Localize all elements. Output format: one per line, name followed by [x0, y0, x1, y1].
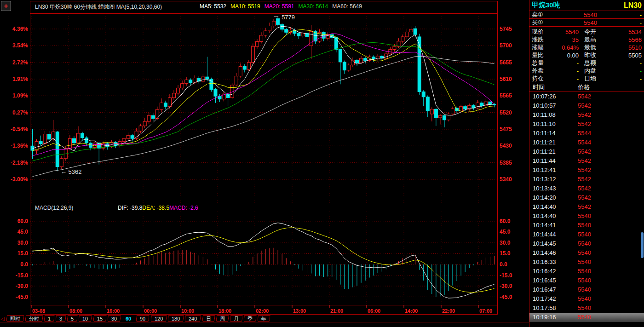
macd-axis-label: -45.0 — [16, 294, 29, 300]
tab-scroll-left-icon[interactable]: ◁ — [0, 316, 4, 322]
trade-row[interactable]: 10:13:125542 — [529, 175, 644, 184]
trade-row[interactable]: 10:14:465540 — [529, 248, 644, 258]
candle-body — [347, 65, 350, 70]
trade-price: 5542 — [578, 92, 591, 101]
trade-row[interactable]: 10:14:455540 — [529, 239, 644, 248]
quote-value: 0.64% — [552, 44, 579, 51]
bid-row[interactable]: 买①5540- — [529, 19, 644, 27]
trade-row[interactable]: 10:17:585540 — [529, 304, 644, 313]
level-label: 买① — [532, 18, 551, 27]
candle-body — [385, 54, 388, 58]
trade-row[interactable]: 10:16:425540 — [529, 267, 644, 276]
tab-timeframe-季[interactable]: 季 — [243, 316, 256, 322]
trade-row[interactable]: 10:07:265542 — [529, 92, 644, 101]
macd-axis-label: -15.0 — [16, 272, 29, 279]
tab-label: 年 — [261, 316, 266, 322]
quote-label: 昨收 — [579, 51, 602, 59]
macd-legend-item: MACD: -2.6 — [169, 205, 198, 211]
trade-row[interactable]: 10:14:205542 — [529, 193, 644, 202]
tab-label: 180 — [172, 316, 180, 322]
candle-body — [239, 67, 242, 76]
candle-body — [259, 35, 263, 42]
x-axis-label: 08:00 — [69, 308, 82, 314]
tab-label: 月 — [234, 316, 239, 322]
bid-ask-levels: 卖①5540-买①5540- — [529, 11, 644, 27]
trade-row[interactable]: 10:11:215542 — [529, 147, 644, 156]
trade-row[interactable]: 10:14:405540 — [529, 212, 644, 221]
tab-timeframe-240[interactable]: 240 — [185, 316, 201, 322]
trade-row[interactable]: 10:11:145544 — [529, 129, 644, 138]
tab-label: 周 — [220, 316, 225, 322]
tab-timeframe-即时[interactable]: 即时 — [6, 316, 24, 322]
quote-grid: 现价5540今开5534涨跌35最高5566涨幅0.64%最低5510量比0.0… — [529, 27, 644, 83]
candle-body — [372, 57, 375, 59]
macd-axis-label: -30.0 — [500, 283, 512, 289]
macd-axis-label: 45.0 — [500, 229, 511, 235]
tab-timeframe-5[interactable]: 5 — [67, 316, 78, 322]
trade-time: 10:11:44 — [533, 156, 556, 166]
quote-row: 涨幅0.64%最低5510 — [529, 43, 644, 51]
dif-line — [33, 223, 494, 298]
quote-value: 5505 — [602, 52, 642, 59]
candle-body — [201, 77, 205, 81]
tab-timeframe-年[interactable]: 年 — [257, 316, 270, 322]
trade-row[interactable]: 10:16:455540 — [529, 276, 644, 285]
tab-timeframe-180[interactable]: 180 — [167, 316, 184, 322]
trade-row[interactable]: 10:12:415542 — [529, 166, 644, 175]
trade-row[interactable]: 10:16:475540 — [529, 285, 644, 294]
candle-body — [214, 90, 217, 97]
trade-time: 10:14:46 — [533, 248, 556, 258]
tab-timeframe-日[interactable]: 日 — [202, 316, 215, 322]
candle-body — [322, 32, 325, 38]
trade-row[interactable]: 10:16:335540 — [529, 258, 644, 267]
trade-price: 5542 — [578, 120, 591, 129]
price-macd-chart[interactable]: 4.36%57453.54%57002.72%56551.91%56101.09… — [0, 0, 529, 327]
trade-time: 10:17:42 — [533, 294, 556, 304]
trade-row[interactable]: 10:13:435542 — [529, 184, 644, 193]
trade-time: 10:12:41 — [533, 166, 556, 175]
tab-label: 即时 — [10, 316, 20, 322]
chart-title: LN30 甲烷30吨 60分钟线 蜡烛图 MA(5,10,20,30,60) — [35, 3, 162, 11]
trade-row[interactable]: 10:10:575542 — [529, 101, 644, 110]
candle-body — [181, 84, 184, 88]
ask-row[interactable]: 卖①5540- — [529, 11, 644, 19]
candle-body — [151, 115, 155, 118]
ma-legend-item: MA5: 5532 — [200, 3, 226, 10]
tab-timeframe-120[interactable]: 120 — [150, 316, 167, 322]
scrollbar-thumb[interactable] — [641, 232, 644, 258]
quote-label: 最低 — [579, 43, 602, 52]
trade-row[interactable]: 10:14:405542 — [529, 202, 644, 212]
tab-timeframe-3[interactable]: 3 — [55, 316, 66, 322]
tab-timeframe-1[interactable]: 1 — [44, 316, 55, 322]
macd-indicator-title: MACD(12,26,9) — [35, 205, 73, 211]
candle-body — [493, 104, 496, 105]
tab-label: 5 — [71, 316, 74, 322]
trade-row[interactable]: 10:11:105542 — [529, 120, 644, 129]
tab-timeframe-月[interactable]: 月 — [230, 316, 242, 322]
x-axis-label: 22:00 — [442, 308, 455, 314]
trade-row[interactable]: 10:11:445542 — [529, 156, 644, 166]
tab-timeframe-分时[interactable]: 分时 — [25, 316, 43, 322]
trade-row[interactable]: 10:14:445540 — [529, 230, 644, 239]
tab-timeframe-10[interactable]: 10 — [79, 316, 92, 322]
tab-timeframe-周[interactable]: 周 — [216, 316, 229, 322]
macd-axis-label: 0.0 — [20, 261, 28, 268]
y-axis-percent-label: 0.27% — [12, 109, 28, 116]
quote-label: 现价 — [532, 28, 552, 36]
quote-value: - — [602, 68, 642, 75]
tab-timeframe-30[interactable]: 30 — [107, 316, 121, 322]
trade-row[interactable]: 10:11:085542 — [529, 110, 644, 120]
tab-timeframe-90[interactable]: 90 — [136, 316, 150, 322]
trade-time: 10:11:08 — [533, 110, 556, 120]
trade-price: 5540 — [578, 313, 591, 322]
trade-row[interactable]: 10:19:165540 — [529, 313, 644, 322]
trade-price: 5544 — [578, 129, 591, 138]
trade-row[interactable]: 10:11:215544 — [529, 138, 644, 147]
candle-body — [272, 21, 276, 26]
tab-timeframe-15[interactable]: 15 — [93, 316, 107, 322]
candle-body — [480, 103, 483, 106]
y-axis-percent-label: 1.09% — [12, 92, 28, 99]
trade-row[interactable]: 10:14:415540 — [529, 221, 644, 230]
tab-timeframe-60[interactable]: 60 — [121, 316, 135, 322]
trade-row[interactable]: 10:17:425540 — [529, 294, 644, 304]
